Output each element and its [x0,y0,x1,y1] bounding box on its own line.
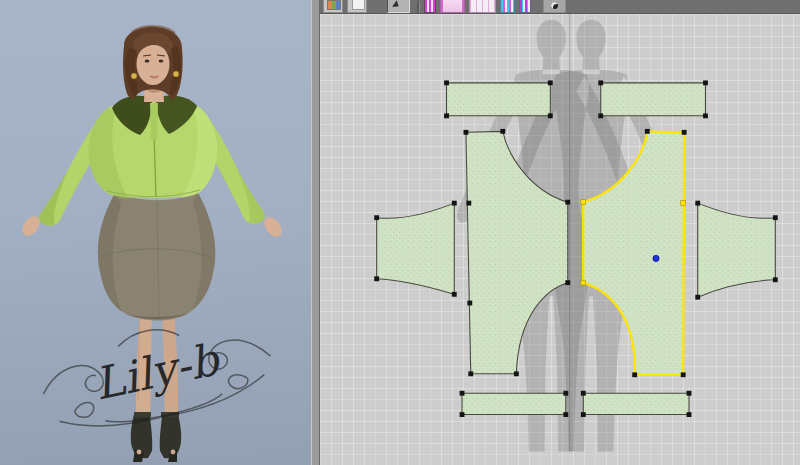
pattern-vertex[interactable] [467,301,472,306]
pattern-vertex[interactable] [374,276,379,281]
pattern-vertex[interactable] [681,372,686,377]
toolbar-separator [417,1,420,13]
pattern-piece-sleeve-left[interactable] [377,203,455,294]
fabric-swatch-cyan-stripes[interactable] [500,0,515,13]
selected-piece-handle[interactable] [681,201,686,206]
pattern-design-app: Lily-b [0,0,800,465]
pattern-vertex[interactable] [374,215,379,220]
pattern-vertex[interactable] [463,130,468,135]
avatar-head [123,26,183,102]
pattern-vertex[interactable] [460,412,465,417]
pattern-vertex[interactable] [632,372,637,377]
viewport-3d[interactable]: Lily-b [0,0,311,465]
pattern-vertex[interactable] [444,80,449,85]
pattern-vertex[interactable] [773,277,778,282]
pattern-vertex[interactable] [548,113,553,118]
pattern-vertex[interactable] [703,80,708,85]
fabric-swatch-multi[interactable] [519,0,531,13]
avatar-3d-render: Lily-b [0,0,311,465]
pattern-vertex[interactable] [563,412,568,417]
selected-piece-handle[interactable] [581,200,586,205]
pattern-vertex[interactable] [773,215,778,220]
avatar-skirt[interactable] [98,193,215,321]
pattern-piece-waistband-top-right[interactable] [601,83,706,116]
pattern-piece-waistband-top-left[interactable] [447,83,551,116]
pattern-vertex[interactable] [598,113,603,118]
pattern-vertex[interactable] [514,371,519,376]
panel-divider[interactable] [311,0,320,465]
export-image-button[interactable] [347,0,367,13]
placement-pin[interactable] [653,255,659,261]
pattern-vertex[interactable] [581,391,586,396]
pattern-vertex[interactable] [500,129,505,134]
pattern-vertex[interactable] [565,200,570,205]
pattern-vertex[interactable] [452,201,457,206]
pattern-canvas[interactable] [320,14,800,465]
texture-view-button[interactable] [543,0,566,13]
fabric-swatch-plaid[interactable] [469,0,496,13]
watermark-text: Lily-b [90,333,226,410]
pattern-vertex[interactable] [444,113,449,118]
pattern-vertex[interactable] [581,412,586,417]
selected-piece-handle[interactable] [581,280,586,285]
pattern-vertex[interactable] [682,130,687,135]
watermark: Lily-b [35,307,278,441]
pattern-vertex[interactable] [687,391,692,396]
pattern-piece-sleeve-right[interactable] [698,203,776,297]
pattern-vertex[interactable] [452,292,457,297]
pointer-tool-button[interactable] [387,0,410,13]
pattern-vertex[interactable] [565,280,570,285]
pattern-vertex[interactable] [703,113,708,118]
open-image-button[interactable] [323,0,343,13]
pattern-vertex[interactable] [695,295,700,300]
fabric-swatch-magenta-stripes[interactable] [424,0,436,13]
pattern-vertex[interactable] [695,201,700,206]
pattern-vertex[interactable] [466,201,471,206]
pattern-vertex[interactable] [645,129,650,134]
earring-right [173,71,179,77]
pattern-panel [320,0,800,465]
pattern-vertex[interactable] [548,80,553,85]
pattern-vertex[interactable] [468,371,473,376]
pattern-vertex[interactable] [460,391,465,396]
pattern-vertex[interactable] [598,80,603,85]
pattern-vertex[interactable] [687,412,692,417]
pattern-piece-hem-band-bottom-right[interactable] [583,393,689,414]
pattern-piece-hem-band-bottom-left[interactable] [462,393,566,414]
earring-left [131,73,137,79]
toolbar [320,0,800,14]
pattern-vertex[interactable] [563,391,568,396]
fabric-swatch-pink[interactable] [440,0,465,13]
